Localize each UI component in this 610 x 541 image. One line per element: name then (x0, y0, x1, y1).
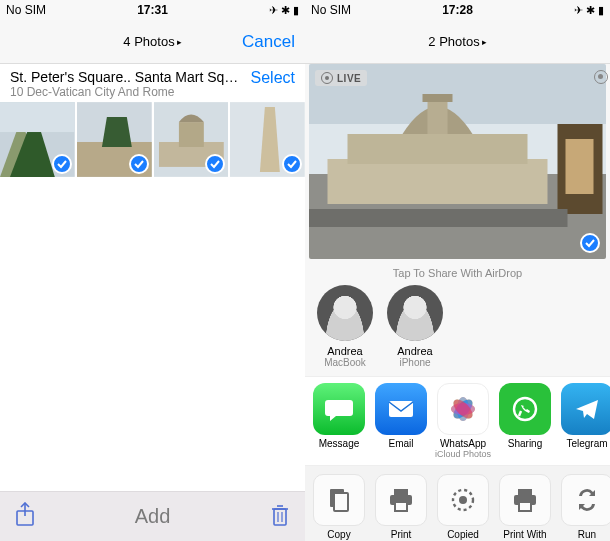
clipper-icon (437, 474, 489, 526)
telegram-icon (561, 383, 610, 435)
action-workflow[interactable]: Run Workflow (559, 474, 610, 541)
avatar (387, 285, 443, 341)
clock: 17:31 (137, 3, 168, 17)
thumbnail-row (0, 102, 305, 177)
photo-thumbnail[interactable] (154, 102, 229, 177)
svg-rect-24 (428, 99, 448, 134)
svg-rect-27 (566, 139, 594, 194)
status-icons: ✈ ✱ ▮ (269, 4, 299, 17)
nav-bar: 2 Photos▸ (305, 20, 610, 64)
collection-header: St. Peter's Square.. Santa Mart Square..… (0, 64, 305, 102)
status-bar: No SIM 17:31 ✈ ✱ ▮ (0, 0, 305, 20)
checkmark-icon (282, 154, 302, 174)
workflow-icon (561, 474, 610, 526)
collection-title: St. Peter's Square.. Santa Mart Square..… (10, 69, 245, 85)
message-icon (313, 383, 365, 435)
carrier-label: No SIM (6, 3, 46, 17)
app-icloud-photos[interactable]: WhatsApp iCloud Photos (435, 383, 491, 459)
photo-thumbnail[interactable] (0, 102, 75, 177)
copy-icon (313, 474, 365, 526)
svg-rect-25 (423, 94, 453, 102)
collection-subtitle: 10 Dec-Vatican City And Rome (10, 85, 245, 99)
svg-rect-42 (394, 489, 408, 495)
app-message[interactable]: Message (311, 383, 367, 459)
app-whatsapp[interactable]: Sharing (497, 383, 553, 459)
photo-count: 2 Photos▸ (428, 34, 486, 49)
action-printer-pro[interactable]: Print With Printer Pro (497, 474, 553, 541)
airdrop-contact[interactable]: Andrea MacBook (315, 285, 375, 368)
live-icon (321, 72, 333, 84)
status-bar: No SIM 17:28 ✈ ✱ ▮ (305, 0, 610, 20)
carrier-label: No SIM (311, 3, 351, 17)
app-telegram[interactable]: Telegram (559, 383, 610, 459)
svg-rect-3 (0, 102, 75, 132)
bottom-toolbar: Add (0, 491, 305, 541)
svg-rect-29 (389, 401, 413, 417)
svg-rect-49 (519, 502, 531, 511)
cancel-button[interactable]: Cancel (242, 32, 295, 52)
checkmark-icon (129, 154, 149, 174)
photo-count: 4 Photos▸ (123, 34, 181, 49)
svg-rect-41 (334, 493, 348, 511)
share-apps-row: Message Email WhatsApp iCloud Photos Sha… (305, 376, 610, 466)
checkmark-icon (580, 233, 600, 253)
status-icons: ✈ ✱ ▮ (574, 4, 604, 17)
photos-icon (437, 383, 489, 435)
action-print[interactable]: Print (373, 474, 429, 541)
app-email[interactable]: Email (373, 383, 429, 459)
svg-marker-6 (102, 117, 132, 147)
svg-rect-47 (518, 489, 532, 495)
svg-rect-9 (178, 122, 203, 147)
live-icon (594, 70, 608, 84)
share-icon[interactable] (14, 502, 36, 532)
airdrop-contact[interactable]: Andrea iPhone (385, 285, 445, 368)
photo-thumbnail[interactable] (77, 102, 152, 177)
whatsapp-icon (499, 383, 551, 435)
photo-thumbnail[interactable] (230, 102, 305, 177)
avatar (317, 285, 373, 341)
action-row: Copy Print Copied Clipper Print With Pri… (305, 466, 610, 541)
action-clipper[interactable]: Copied Clipper (435, 474, 491, 541)
trash-icon[interactable] (269, 502, 291, 532)
svg-rect-28 (309, 209, 568, 227)
print-icon (375, 474, 427, 526)
clock: 17:28 (442, 3, 473, 17)
svg-rect-23 (348, 134, 528, 164)
airdrop-contacts: Andrea MacBook Andrea iPhone (305, 285, 610, 376)
airdrop-caption: Tap To Share With AirDrop (305, 267, 610, 279)
svg-rect-22 (328, 159, 548, 204)
svg-rect-14 (274, 509, 286, 525)
printer-pro-icon (499, 474, 551, 526)
nav-bar: 4 Photos▸ Cancel (0, 20, 305, 64)
live-badge: LIVE (315, 70, 367, 86)
mail-icon (375, 383, 427, 435)
right-screenshot: No SIM 17:28 ✈ ✱ ▮ 2 Photos▸ (305, 0, 610, 541)
svg-point-46 (459, 496, 467, 504)
action-copy[interactable]: Copy (311, 474, 367, 541)
photo-preview[interactable]: LIVE (309, 64, 606, 259)
checkmark-icon (52, 154, 72, 174)
add-button[interactable]: Add (135, 505, 171, 528)
left-screenshot: No SIM 17:31 ✈ ✱ ▮ 4 Photos▸ Cancel St. … (0, 0, 305, 541)
svg-marker-39 (576, 400, 598, 419)
select-button[interactable]: Select (245, 69, 295, 87)
svg-rect-44 (395, 502, 407, 511)
